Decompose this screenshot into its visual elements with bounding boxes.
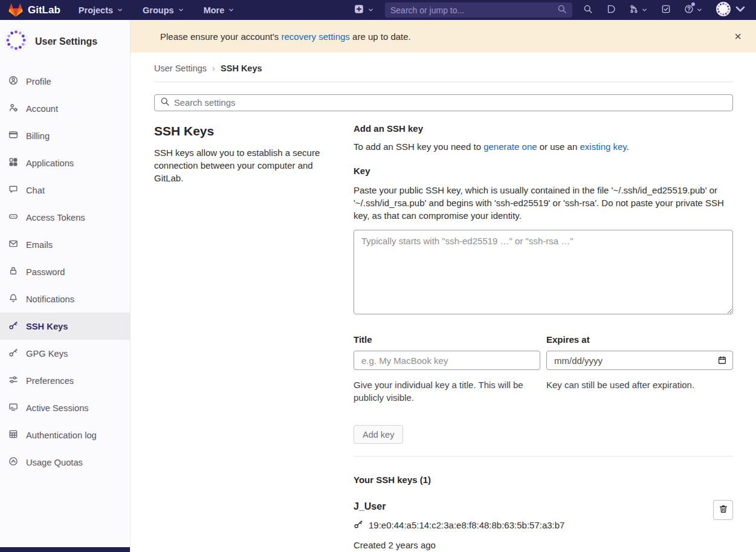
authentication-log-icon	[8, 429, 18, 441]
sidebar-footer	[0, 547, 130, 552]
sidebar-item-authentication-log[interactable]: Authentication log	[0, 421, 130, 449]
alert-text-after: are up to date.	[350, 31, 411, 42]
ssh-key-created: Created 2 years ago	[354, 540, 697, 550]
sidebar-item-label: Chat	[26, 186, 45, 195]
sidebar-item-active-sessions[interactable]: Active Sessions	[0, 394, 130, 421]
sidebar-item-label: Active Sessions	[26, 403, 89, 413]
add-key-button[interactable]: Add key	[354, 425, 403, 444]
ssh-key-textarea[interactable]	[354, 230, 733, 314]
search-icon	[583, 4, 593, 16]
breadcrumb-user-settings[interactable]: User Settings	[154, 63, 207, 73]
sidebar-item-account[interactable]: Account	[0, 95, 130, 122]
todos-icon	[661, 4, 671, 16]
gitlab-tanuki-icon	[8, 3, 23, 18]
ssh-key-fingerprint: 19:e0:44:a5:14:c2:3a:e8:f8:48:8b:63:5b:5…	[369, 520, 564, 530]
ssh-key-title[interactable]: J_User	[354, 501, 386, 511]
sidebar-item-label: Usage Quotas	[26, 458, 83, 467]
nav-groups[interactable]: Groups	[143, 5, 184, 15]
chevron-down-icon	[733, 2, 748, 19]
generate-one-link[interactable]: generate one	[483, 141, 537, 152]
ssh-key-fingerprint-row: 19:e0:44:a5:14:c2:3a:e8:f8:48:8b:63:5b:5…	[354, 519, 697, 531]
sidebar-item-label: Applications	[26, 158, 74, 168]
sidebar-item-label: Password	[26, 267, 65, 277]
emails-icon	[8, 239, 18, 250]
add-key-intro: To add an SSH key you need to generate o…	[354, 141, 733, 152]
sidebar-item-billing[interactable]: Billing	[0, 122, 130, 149]
user-avatar	[5, 29, 27, 54]
recovery-settings-link[interactable]: recovery settings	[281, 31, 349, 42]
sidebar-item-profile[interactable]: Profile	[0, 68, 130, 95]
gpg-keys-icon	[8, 348, 18, 359]
key-icon	[354, 519, 363, 531]
chevron-down-icon	[228, 5, 234, 15]
brand-name: GitLab	[28, 4, 60, 16]
sidebar-item-label: Preferences	[26, 376, 74, 386]
global-search[interactable]	[385, 2, 572, 18]
password-icon	[8, 266, 18, 278]
user-avatar	[716, 2, 731, 19]
sidebar-item-label: Emails	[26, 240, 53, 250]
intro-text: .	[627, 141, 629, 152]
calendar-icon[interactable]	[717, 356, 727, 368]
search-icon	[557, 4, 567, 16]
settings-search[interactable]	[154, 94, 733, 111]
search-icon	[160, 97, 170, 109]
expires-at-input[interactable]	[546, 351, 733, 370]
issues-button[interactable]	[606, 4, 616, 16]
sidebar-item-notifications[interactable]: Notifications	[0, 285, 130, 313]
sidebar-item-preferences[interactable]: Preferences	[0, 367, 130, 394]
new-menu-button[interactable]	[354, 4, 374, 16]
help-button[interactable]	[684, 4, 703, 16]
sidebar-item-gpg-keys[interactable]: GPG Keys	[0, 340, 130, 367]
title-input[interactable]	[354, 351, 540, 370]
sidebar-item-applications[interactable]: Applications	[0, 149, 130, 177]
sidebar-item-label: SSH Keys	[26, 322, 68, 331]
notification-dot	[691, 2, 695, 6]
sidebar-item-access-tokens[interactable]: Access Tokens	[0, 204, 130, 231]
navbar-menu: ProjectsGroupsMore	[79, 5, 234, 15]
sidebar-item-password[interactable]: Password	[0, 258, 130, 285]
search-button[interactable]	[583, 4, 593, 16]
expires-field-group: Expires at Key can still be used after e…	[546, 334, 733, 404]
usage-quotas-icon	[8, 456, 18, 468]
alert-text-before: Please ensure your account's	[160, 31, 281, 42]
sidebar-item-label: Profile	[26, 77, 51, 86]
access-tokens-icon	[8, 212, 18, 223]
merge-requests-button[interactable]	[629, 4, 648, 16]
key-label: Key	[354, 166, 733, 176]
sidebar-header: User Settings	[0, 20, 130, 68]
nav-projects[interactable]: Projects	[79, 5, 123, 15]
chevron-down-icon	[367, 5, 374, 16]
account-icon	[8, 103, 18, 114]
key-help: Paste your public SSH key, which is usua…	[354, 184, 733, 222]
nav-label: Groups	[143, 5, 174, 15]
notifications-icon	[8, 293, 18, 305]
issues-icon	[606, 4, 616, 16]
trash-icon	[719, 504, 728, 516]
settings-search-input[interactable]	[174, 98, 727, 108]
alert-close-button[interactable]: ×	[729, 28, 746, 45]
ssh-key-item: J_User19:e0:44:a5:14:c2:3a:e8:f8:48:8b:6…	[354, 501, 733, 552]
delete-key-button[interactable]	[713, 500, 733, 520]
breadcrumb: User Settings › SSH Keys	[154, 53, 733, 82]
sidebar-item-label: Billing	[26, 131, 50, 141]
sidebar-item-emails[interactable]: Emails	[0, 231, 130, 258]
chevron-down-icon	[117, 5, 123, 15]
alert-text: Please ensure your account's recovery se…	[160, 31, 411, 42]
todos-button[interactable]	[661, 4, 671, 16]
existing-key-link[interactable]: existing key	[580, 141, 626, 152]
sidebar-item-usage-quotas[interactable]: Usage Quotas	[0, 449, 130, 476]
gitlab-home-link[interactable]: GitLab	[8, 3, 60, 18]
nav-more[interactable]: More	[204, 5, 235, 15]
nav-label: Projects	[79, 5, 113, 15]
section-divider	[354, 456, 733, 456]
global-search-input[interactable]	[390, 5, 552, 15]
sidebar-item-ssh-keys[interactable]: SSH Keys	[0, 313, 130, 340]
help-icon	[684, 4, 694, 16]
ssh-keys-icon	[8, 320, 18, 332]
sidebar-item-label: GPG Keys	[26, 349, 68, 359]
user-menu-button[interactable]	[716, 2, 748, 19]
title-field-group: Title Give your individual key a title. …	[354, 334, 540, 404]
nav-label: More	[204, 5, 225, 15]
sidebar-item-chat[interactable]: Chat	[0, 177, 130, 204]
